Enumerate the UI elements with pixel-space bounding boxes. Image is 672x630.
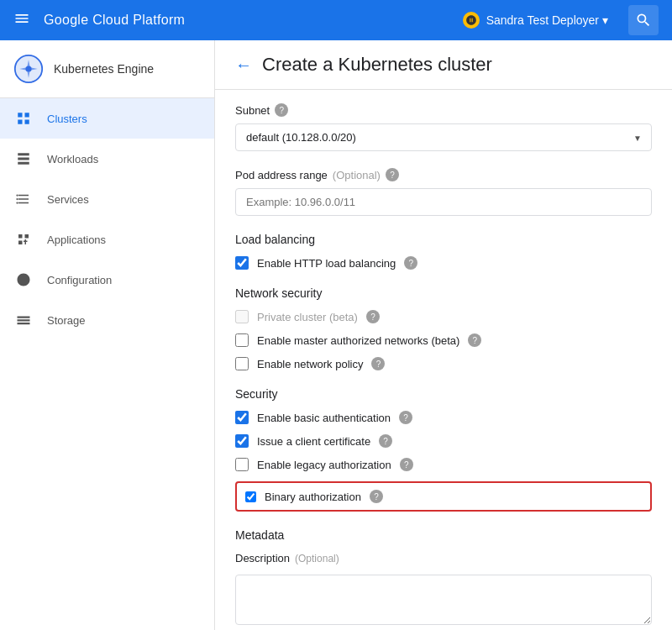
subnet-label: Subnet ?	[235, 103, 652, 117]
clusters-icon	[13, 108, 34, 129]
metadata-group: Metadata Description (Optional)	[235, 528, 652, 627]
description-textarea[interactable]	[235, 575, 652, 625]
app-title: Google Cloud Platform	[44, 13, 185, 28]
svg-point-4	[16, 194, 18, 196]
top-nav: Google Cloud Platform Sandra Test Deploy…	[0, 0, 672, 40]
pod-address-help-icon[interactable]: ?	[386, 168, 399, 181]
sidebar-item-services[interactable]: Services	[0, 179, 214, 219]
sidebar-label-workloads: Workloads	[47, 153, 98, 165]
pod-address-input[interactable]	[235, 188, 652, 216]
sidebar-item-storage[interactable]: Storage	[0, 300, 214, 340]
load-balancing-title: Load balancing	[235, 233, 652, 246]
applications-icon	[13, 229, 34, 249]
load-balancing-group: Load balancing Enable HTTP load balancin…	[235, 233, 652, 270]
sidebar-label-storage: Storage	[47, 314, 86, 327]
private-cluster-row: Private cluster (beta) ?	[235, 310, 652, 323]
master-authorized-checkbox[interactable]	[235, 333, 249, 347]
legacy-auth-help-icon[interactable]: ?	[400, 458, 413, 471]
network-policy-row: Enable network policy ?	[235, 357, 652, 370]
subnet-help-icon[interactable]: ?	[275, 103, 288, 117]
http-lb-label: Enable HTTP load balancing	[257, 257, 396, 270]
client-cert-row: Issue a client certificate ?	[235, 434, 652, 448]
basic-auth-row: Enable basic authentication ?	[235, 411, 652, 424]
sidebar-item-clusters[interactable]: Clusters	[0, 98, 214, 139]
project-icon	[463, 12, 480, 29]
sidebar-label-configuration: Configuration	[47, 274, 112, 286]
description-label: Description (Optional)	[235, 552, 652, 564]
project-dropdown-icon[interactable]: ▾	[602, 13, 608, 27]
sidebar-item-workloads[interactable]: Workloads	[0, 139, 214, 179]
form-content: Subnet ? default (10.128.0.0/20) Pod add…	[215, 90, 672, 630]
client-cert-checkbox[interactable]	[235, 434, 249, 448]
basic-auth-label: Enable basic authentication	[257, 412, 391, 424]
private-cluster-checkbox[interactable]	[235, 310, 249, 323]
sidebar: Kubernetes Engine Clusters Workloads	[0, 40, 215, 630]
subnet-select-wrapper: default (10.128.0.0/20)	[235, 123, 652, 151]
svg-point-6	[16, 202, 18, 203]
configuration-icon	[13, 270, 34, 290]
http-lb-checkbox[interactable]	[235, 256, 249, 270]
http-lb-row: Enable HTTP load balancing ?	[235, 256, 652, 270]
sidebar-item-applications[interactable]: Applications	[0, 219, 214, 260]
services-icon	[13, 189, 34, 209]
page-title: Create a Kubernetes cluster	[262, 54, 492, 76]
project-selector[interactable]: Sandra Test Deployer ▾	[463, 12, 608, 29]
security-title: Security	[235, 387, 652, 401]
sidebar-label-applications: Applications	[47, 234, 106, 246]
network-policy-label: Enable network policy	[257, 358, 363, 370]
hamburger-menu[interactable]	[13, 10, 30, 31]
legacy-auth-label: Enable legacy authorization	[257, 459, 391, 471]
sidebar-header: Kubernetes Engine	[0, 40, 214, 98]
basic-auth-checkbox[interactable]	[235, 411, 249, 424]
private-cluster-help-icon[interactable]: ?	[366, 310, 380, 323]
page-header: ← Create a Kubernetes cluster	[215, 40, 672, 90]
network-security-group: Network security Private cluster (beta) …	[235, 286, 652, 370]
svg-point-3	[25, 66, 31, 71]
kubernetes-logo	[13, 54, 44, 84]
master-authorized-help-icon[interactable]: ?	[468, 333, 481, 347]
legacy-auth-checkbox[interactable]	[235, 458, 249, 471]
sidebar-label-clusters: Clusters	[47, 113, 87, 125]
binary-auth-label: Binary authorization	[265, 491, 361, 503]
master-authorized-label: Enable master authorized networks (beta)	[257, 334, 459, 347]
client-cert-label: Issue a client certificate	[257, 435, 370, 448]
security-group: Security Enable basic authentication ? I…	[235, 387, 652, 512]
sidebar-item-configuration[interactable]: Configuration	[0, 260, 214, 300]
binary-auth-help-icon[interactable]: ?	[370, 490, 383, 503]
network-policy-checkbox[interactable]	[235, 357, 249, 370]
project-name: Sandra Test Deployer	[486, 13, 599, 27]
layout: Kubernetes Engine Clusters Workloads	[0, 40, 672, 630]
private-cluster-label: Private cluster (beta)	[257, 311, 358, 323]
description-optional: (Optional)	[295, 553, 339, 564]
sidebar-label-services: Services	[47, 193, 89, 206]
pod-address-label: Pod address range (Optional) ?	[235, 168, 652, 181]
binary-auth-row: Binary authorization ?	[235, 481, 652, 512]
search-button[interactable]	[628, 5, 659, 35]
client-cert-help-icon[interactable]: ?	[379, 434, 392, 448]
subnet-select[interactable]: default (10.128.0.0/20)	[235, 123, 652, 151]
pod-address-optional: (Optional)	[333, 169, 381, 181]
metadata-title: Metadata	[235, 528, 652, 542]
network-policy-help-icon[interactable]: ?	[371, 357, 385, 370]
storage-icon	[13, 310, 34, 330]
main-content: ← Create a Kubernetes cluster Subnet ? d…	[215, 40, 672, 630]
network-security-title: Network security	[235, 286, 652, 300]
master-authorized-row: Enable master authorized networks (beta)…	[235, 333, 652, 347]
basic-auth-help-icon[interactable]: ?	[399, 411, 412, 424]
workloads-icon	[13, 149, 34, 169]
subnet-group: Subnet ? default (10.128.0.0/20)	[235, 103, 652, 151]
pod-address-group: Pod address range (Optional) ?	[235, 168, 652, 216]
back-button[interactable]: ←	[235, 55, 252, 75]
svg-point-5	[16, 198, 18, 200]
legacy-auth-row: Enable legacy authorization ?	[235, 458, 652, 471]
http-lb-help-icon[interactable]: ?	[404, 256, 417, 270]
binary-auth-checkbox[interactable]	[245, 491, 256, 502]
sidebar-product-title: Kubernetes Engine	[54, 62, 154, 76]
